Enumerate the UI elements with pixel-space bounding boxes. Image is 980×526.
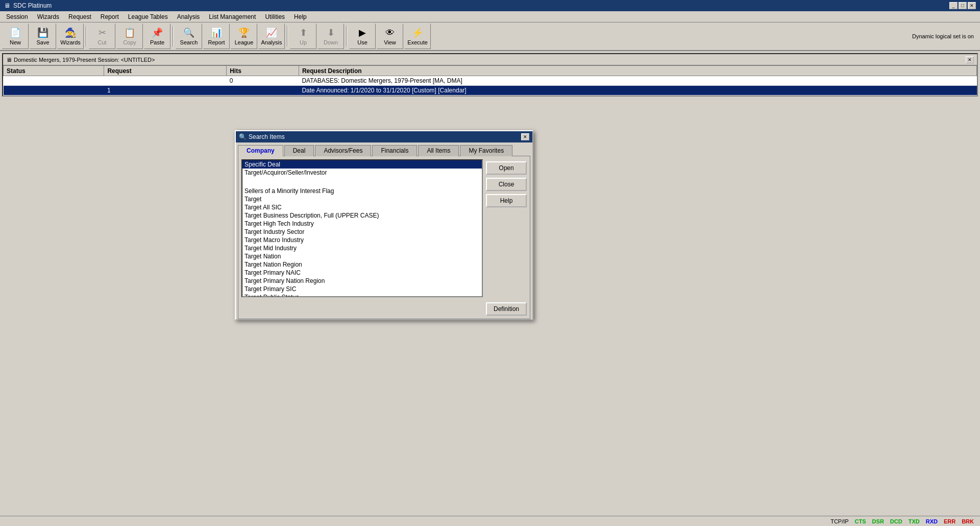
list-item[interactable]: Target Primary NAIC bbox=[242, 269, 482, 277]
list-item[interactable]: Sellers of a Minority Interest Flag bbox=[242, 187, 482, 195]
close-button[interactable]: Close bbox=[486, 178, 527, 191]
list-item[interactable]: Target Industry Sector bbox=[242, 228, 482, 236]
dialog-close-button[interactable]: ✕ bbox=[521, 133, 529, 140]
session-close-button[interactable]: ✕ bbox=[966, 56, 974, 63]
close-button[interactable]: ✕ bbox=[968, 2, 976, 9]
definition-button[interactable]: Definition bbox=[486, 302, 527, 316]
status-tcp: TCP/IP bbox=[828, 518, 850, 524]
list-item[interactable]: Specific Deal bbox=[242, 160, 482, 169]
row0-hits: 0 bbox=[227, 76, 299, 86]
use-label: Use bbox=[357, 39, 368, 45]
league-button[interactable]: 🏆 League bbox=[231, 23, 257, 49]
list-item[interactable]: Target Public Status bbox=[242, 293, 482, 297]
title-bar: 🖥 SDC Platinum _ □ ✕ bbox=[0, 0, 980, 11]
dialog-content: Specific Deal Target/Acquiror/Seller/Inv… bbox=[238, 156, 530, 300]
row1-request: 1 bbox=[104, 86, 227, 95]
report-button[interactable]: 📊 Report bbox=[203, 23, 230, 49]
status-txd: TXD bbox=[906, 518, 922, 524]
execute-button[interactable]: ⚡ Execute bbox=[404, 23, 431, 49]
report-label: Report bbox=[208, 39, 225, 45]
down-icon: ⬇ bbox=[327, 27, 335, 38]
search-label: Search bbox=[180, 39, 198, 45]
status-rxd: RXD bbox=[924, 518, 940, 524]
cut-label: Cut bbox=[97, 39, 106, 45]
wizards-button[interactable]: 🧙 Wizards bbox=[57, 23, 84, 49]
new-button[interactable]: 📄 New bbox=[2, 23, 29, 49]
menu-league-tables[interactable]: League Tables bbox=[124, 12, 172, 21]
list-item[interactable]: Target All SIC bbox=[242, 203, 482, 211]
menu-wizards[interactable]: Wizards bbox=[33, 12, 63, 21]
copy-label: Copy bbox=[123, 39, 136, 45]
table-row[interactable]: 0 DATABASES: Domestic Mergers, 1979-Pres… bbox=[4, 76, 977, 86]
tab-all-items[interactable]: All Items bbox=[418, 145, 459, 156]
app-icon: 🖥 bbox=[4, 2, 10, 9]
list-item[interactable]: Target Primary SIC bbox=[242, 285, 482, 293]
open-button[interactable]: Open bbox=[486, 161, 527, 175]
tab-bar: Company Deal Advisors/Fees Financials Al… bbox=[236, 142, 532, 156]
menu-request[interactable]: Request bbox=[64, 12, 95, 21]
down-label: Down bbox=[324, 39, 338, 45]
view-button[interactable]: 👁 View bbox=[377, 23, 403, 49]
row0-request bbox=[104, 76, 227, 86]
menu-session[interactable]: Session bbox=[2, 12, 32, 21]
menu-list-management[interactable]: List Management bbox=[205, 12, 260, 21]
table-row[interactable]: 1 Date Announced: 1/1/2020 to 31/1/2020 … bbox=[4, 86, 977, 95]
status-cts: CTS bbox=[853, 518, 868, 524]
search-button[interactable]: 🔍 Search bbox=[176, 23, 202, 49]
app-title: SDC Platinum bbox=[13, 2, 52, 9]
toolbar-sep-2 bbox=[173, 26, 174, 46]
cut-button[interactable]: ✂ Cut bbox=[89, 23, 115, 49]
up-button[interactable]: ⬆ Up bbox=[290, 23, 316, 49]
status-dcd: DCD bbox=[888, 518, 904, 524]
menu-utilities[interactable]: Utilities bbox=[261, 12, 289, 21]
list-item[interactable]: Target Business Description, Full (UPPER… bbox=[242, 211, 482, 220]
menu-help[interactable]: Help bbox=[290, 12, 311, 21]
analysis-button[interactable]: 📈 Analysis bbox=[258, 23, 285, 49]
list-item[interactable]: Target Nation bbox=[242, 252, 482, 260]
list-item[interactable]: Target Macro Industry bbox=[242, 236, 482, 244]
paste-button[interactable]: 📌 Paste bbox=[144, 23, 170, 49]
col-description: Request Description bbox=[299, 66, 976, 76]
tab-advisors-fees[interactable]: Advisors/Fees bbox=[315, 145, 371, 156]
search-items-list[interactable]: Specific Deal Target/Acquiror/Seller/Inv… bbox=[241, 159, 483, 297]
list-item[interactable]: Target Mid Industry bbox=[242, 244, 482, 252]
use-icon: ▶ bbox=[359, 27, 366, 38]
minimize-button[interactable]: _ bbox=[949, 2, 958, 9]
session-icon: 🖥 bbox=[6, 57, 12, 63]
list-item[interactable]: Target bbox=[242, 195, 482, 203]
status-bar: TCP/IP CTS DSR DCD TXD RXD ERR BRK bbox=[0, 516, 980, 526]
paste-icon: 📌 bbox=[152, 27, 163, 38]
dialog-bottom: Definition bbox=[238, 300, 530, 319]
copy-button[interactable]: 📋 Copy bbox=[116, 23, 143, 49]
menu-report[interactable]: Report bbox=[96, 12, 123, 21]
tab-deal[interactable]: Deal bbox=[284, 145, 314, 156]
help-button[interactable]: Help bbox=[486, 194, 527, 207]
row1-status bbox=[4, 86, 104, 95]
toolbar-sep-1 bbox=[86, 26, 87, 46]
tab-financials[interactable]: Financials bbox=[372, 145, 417, 156]
menu-bar: Session Wizards Request Report League Ta… bbox=[0, 11, 980, 22]
up-label: Up bbox=[300, 39, 307, 45]
status-dsr: DSR bbox=[870, 518, 886, 524]
tab-my-favorites[interactable]: My Favorites bbox=[460, 145, 512, 156]
report-icon: 📊 bbox=[211, 27, 222, 38]
list-item[interactable]: Target/Acquiror/Seller/Investor bbox=[242, 169, 482, 177]
list-item[interactable]: Target Nation Region bbox=[242, 260, 482, 269]
menu-analysis[interactable]: Analysis bbox=[173, 12, 204, 21]
save-icon: 💾 bbox=[37, 27, 48, 38]
tab-company[interactable]: Company bbox=[238, 145, 283, 156]
list-item[interactable]: Target High Tech Industry bbox=[242, 220, 482, 228]
request-table: Status Request Hits Request Description … bbox=[3, 65, 977, 95]
down-button[interactable]: ⬇ Down bbox=[317, 23, 344, 49]
toolbar-sep-4 bbox=[346, 26, 347, 46]
paste-label: Paste bbox=[150, 39, 164, 45]
maximize-button[interactable]: □ bbox=[959, 2, 967, 9]
dialog-title-bar: 🔍 Search Items ✕ bbox=[236, 131, 532, 142]
list-item[interactable]: Target Primary Nation Region bbox=[242, 277, 482, 285]
save-button[interactable]: 💾 Save bbox=[30, 23, 56, 49]
use-button[interactable]: ▶ Use bbox=[349, 23, 376, 49]
execute-icon: ⚡ bbox=[412, 27, 423, 38]
execute-label: Execute bbox=[407, 39, 428, 45]
analysis-icon: 📈 bbox=[266, 27, 277, 38]
session-window: 🖥 Domestic Mergers, 1979-Present Session… bbox=[2, 53, 978, 97]
